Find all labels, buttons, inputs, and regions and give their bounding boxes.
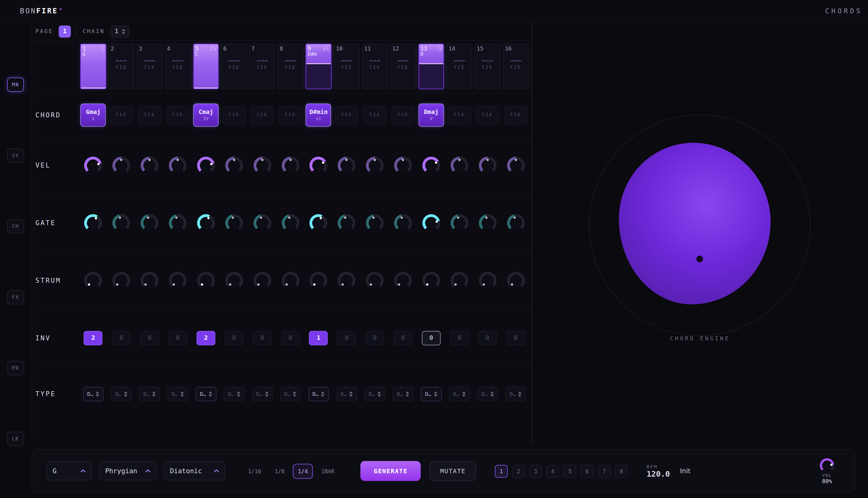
type-select-1[interactable]: D…	[83, 387, 104, 401]
step-8[interactable]: 8TIE	[278, 44, 304, 89]
gate-knob-8[interactable]	[281, 214, 299, 232]
strum-knob-1[interactable]	[84, 272, 102, 289]
inversion-box-6[interactable]: 0	[225, 331, 244, 345]
gate-knob-13[interactable]	[422, 214, 440, 232]
gate-knob-6[interactable]	[225, 214, 243, 232]
key-select[interactable]: G	[47, 461, 92, 480]
step-5[interactable]: 5IVC	[193, 44, 219, 89]
gate-knob-7[interactable]	[253, 214, 271, 232]
strum-knob-11[interactable]	[366, 272, 384, 289]
gate-knob-16[interactable]	[507, 214, 524, 232]
strum-knob-12[interactable]	[394, 272, 412, 289]
gate-knob-2[interactable]	[113, 214, 130, 232]
strum-knob-10[interactable]	[338, 272, 356, 289]
strum-knob-14[interactable]	[450, 272, 468, 289]
mutate-button[interactable]: MUTATE	[430, 461, 476, 481]
pattern-button-6[interactable]: 6	[581, 464, 593, 477]
inversion-box-15[interactable]: 0	[478, 331, 497, 345]
inversion-box-11[interactable]: 0	[366, 331, 384, 345]
velocity-knob-15[interactable]	[478, 156, 496, 174]
type-select-9[interactable]: D…	[308, 387, 329, 401]
chain-select[interactable]: 1	[110, 25, 130, 37]
strum-knob-4[interactable]	[169, 272, 186, 289]
step-15[interactable]: 15TIE	[475, 44, 501, 89]
step-16[interactable]: 16TIE	[503, 44, 529, 89]
bpm-value[interactable]: 120.0	[646, 469, 670, 478]
chord-tie-14[interactable]: TIE	[448, 105, 471, 124]
pattern-button-8[interactable]: 8	[615, 464, 628, 477]
step-2[interactable]: 2TIE	[108, 44, 134, 89]
inversion-box-2[interactable]: 0	[112, 331, 131, 345]
pattern-button-2[interactable]: 2	[512, 464, 525, 477]
inversion-box-1[interactable]: 2	[84, 331, 103, 345]
step-4[interactable]: 4TIE	[165, 44, 191, 89]
velocity-knob-1[interactable]	[84, 156, 102, 174]
volume-knob[interactable]	[820, 458, 834, 472]
step-9[interactable]: 9viD#m	[305, 44, 331, 89]
velocity-knob-14[interactable]	[450, 156, 468, 174]
step-11[interactable]: 11TIE	[362, 44, 388, 89]
strum-knob-7[interactable]	[253, 272, 271, 289]
scale-select[interactable]: Phrygian	[99, 461, 157, 480]
rate-button-1-16[interactable]: 1/16	[243, 463, 266, 479]
type-select-5[interactable]: D…	[196, 387, 216, 401]
sidebar-item-ch[interactable]: CH	[7, 219, 24, 234]
sidebar-item-sy[interactable]: SY	[7, 148, 24, 162]
type-select-15[interactable]: D…	[477, 387, 498, 401]
chord-button-13[interactable]: DmajV	[419, 103, 444, 126]
inversion-box-16[interactable]: 0	[506, 331, 525, 345]
strum-knob-15[interactable]	[478, 272, 496, 289]
inversion-box-9[interactable]: 1	[309, 331, 328, 345]
inversion-box-7[interactable]: 0	[253, 331, 272, 345]
step-10[interactable]: 10TIE	[334, 44, 360, 89]
gate-knob-9[interactable]	[310, 214, 327, 232]
type-select-13[interactable]: D…	[421, 387, 442, 401]
inversion-box-14[interactable]: 0	[450, 331, 469, 345]
chord-tie-11[interactable]: TIE	[363, 105, 386, 124]
chord-tie-12[interactable]: TIE	[392, 105, 415, 124]
gate-knob-5[interactable]	[197, 214, 215, 232]
velocity-knob-9[interactable]	[310, 156, 327, 174]
pattern-button-5[interactable]: 5	[564, 464, 576, 477]
rate-button-1-8[interactable]: 1/8	[269, 463, 289, 479]
chord-tie-15[interactable]: TIE	[476, 105, 499, 124]
strum-knob-13[interactable]	[422, 272, 440, 289]
sidebar-item-pr[interactable]: PR	[7, 361, 24, 375]
gate-knob-10[interactable]	[338, 214, 356, 232]
type-select-4[interactable]: D…	[167, 387, 188, 401]
inversion-box-12[interactable]: 0	[394, 331, 413, 345]
chord-button-1[interactable]: GmajI	[81, 103, 106, 126]
velocity-knob-6[interactable]	[225, 156, 243, 174]
gate-knob-1[interactable]	[84, 214, 102, 232]
inversion-box-5[interactable]: 2	[196, 331, 215, 345]
rate-button-1bar[interactable]: 1BAR	[316, 463, 340, 479]
type-select-14[interactable]: D…	[449, 387, 470, 401]
inversion-box-13[interactable]: 0	[422, 331, 441, 345]
velocity-knob-12[interactable]	[394, 156, 412, 174]
inversion-box-10[interactable]: 0	[337, 331, 356, 345]
step-13[interactable]: 13VD	[418, 44, 444, 89]
type-select-10[interactable]: D…	[336, 387, 357, 401]
sidebar-item-mn[interactable]: MN	[7, 77, 24, 92]
chord-tie-6[interactable]: TIE	[222, 105, 246, 124]
step-7[interactable]: 7TIE	[249, 44, 275, 89]
type-select-8[interactable]: D…	[280, 387, 301, 401]
gate-knob-14[interactable]	[450, 214, 468, 232]
type-select-16[interactable]: D…	[505, 387, 526, 401]
type-select-11[interactable]: D…	[364, 387, 385, 401]
type-select-2[interactable]: D…	[111, 387, 132, 401]
type-select-3[interactable]: D…	[139, 387, 160, 401]
velocity-knob-2[interactable]	[113, 156, 130, 174]
velocity-knob-3[interactable]	[141, 156, 158, 174]
sidebar-item-lk[interactable]: LK	[7, 432, 24, 446]
inversion-box-8[interactable]: 0	[281, 331, 300, 345]
chord-tie-8[interactable]: TIE	[279, 105, 302, 124]
velocity-knob-7[interactable]	[253, 156, 271, 174]
velocity-knob-4[interactable]	[169, 156, 186, 174]
gate-knob-15[interactable]	[478, 214, 496, 232]
sidebar-item-fx[interactable]: FX	[7, 290, 24, 304]
chord-tie-4[interactable]: TIE	[166, 105, 189, 124]
velocity-knob-16[interactable]	[507, 156, 524, 174]
step-3[interactable]: 3TIE	[136, 44, 163, 89]
chord-button-5[interactable]: CmajIV	[193, 103, 219, 126]
